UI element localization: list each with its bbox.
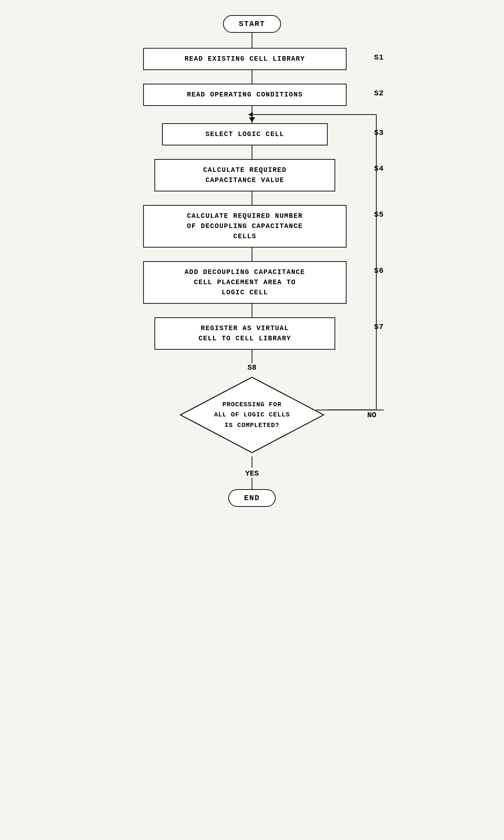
feedback-arrowhead	[248, 112, 253, 117]
step-s8-wrapper: S8 PROCESSING FOR ALL OF LOGIC CELLS IS …	[120, 363, 384, 456]
step-s5-label: S5	[374, 205, 384, 219]
step-s2-label: S2	[374, 84, 384, 98]
connector	[252, 33, 252, 48]
step-s5-box: CALCULATE REQUIRED NUMBER OF DECOUPLING …	[143, 205, 347, 248]
step-s8-label: S8	[120, 363, 384, 372]
diamond-row: PROCESSING FOR ALL OF LOGIC CELLS IS COM…	[120, 373, 384, 456]
flowchart: START READ EXISTING CELL LIBRARY S1 READ…	[120, 15, 384, 507]
step-s4-label: S4	[374, 159, 384, 173]
no-label: NO	[367, 411, 376, 419]
step-s6-box-wrapper: ADD DECOUPLING CAPACITANCE CELL PLACEMEN…	[120, 261, 370, 304]
diamond-text: PROCESSING FOR ALL OF LOGIC CELLS IS COM…	[214, 399, 290, 430]
step-s1-box: READ EXISTING CELL LIBRARY	[143, 48, 347, 70]
step-s4-box: CALCULATE REQUIRED CAPACITANCE VALUE	[154, 159, 335, 191]
connector	[252, 70, 252, 84]
step-s1-label: S1	[374, 48, 384, 62]
feedback-right-h	[316, 410, 384, 410]
step-s3-row: SELECT LOGIC CELL S3	[120, 123, 384, 145]
step-s7-box-wrapper: REGISTER AS VIRTUAL CELL TO CELL LIBRARY	[120, 317, 370, 350]
connector	[252, 145, 252, 159]
step-s5-row: CALCULATE REQUIRED NUMBER OF DECOUPLING …	[120, 205, 384, 248]
step-s5-box-wrapper: CALCULATE REQUIRED NUMBER OF DECOUPLING …	[120, 205, 370, 248]
step-s6-label: S6	[374, 261, 384, 275]
step-s3-box-wrapper: SELECT LOGIC CELL	[120, 123, 370, 145]
arrow-head	[249, 117, 255, 122]
feedback-h-line	[252, 114, 376, 115]
step-s3-box: SELECT LOGIC CELL	[162, 123, 328, 145]
step-s3-label: S3	[374, 123, 384, 137]
start-node: START	[223, 15, 281, 33]
end-node: END	[228, 489, 276, 507]
step-s7-row: REGISTER AS VIRTUAL CELL TO CELL LIBRARY…	[120, 317, 384, 350]
step-s7-label: S7	[374, 317, 384, 331]
yes-label: YES	[245, 469, 259, 478]
connector-s2-s3	[120, 106, 384, 123]
connector	[252, 191, 252, 205]
step-s6-box: ADD DECOUPLING CAPACITANCE CELL PLACEMEN…	[143, 261, 347, 304]
connector	[252, 304, 252, 317]
step-s2-row: READ OPERATING CONDITIONS S2	[120, 84, 384, 106]
step-s1-row: READ EXISTING CELL LIBRARY S1	[120, 48, 384, 70]
step-s1-box-wrapper: READ EXISTING CELL LIBRARY	[120, 48, 370, 70]
connector	[252, 350, 252, 363]
step-s2-box-wrapper: READ OPERATING CONDITIONS	[120, 84, 370, 106]
yes-branch: YES	[245, 456, 259, 489]
step-s6-row: ADD DECOUPLING CAPACITANCE CELL PLACEMEN…	[120, 261, 384, 304]
step-s7-box: REGISTER AS VIRTUAL CELL TO CELL LIBRARY	[154, 317, 335, 350]
connector	[252, 248, 252, 261]
step-s4-box-wrapper: CALCULATE REQUIRED CAPACITANCE VALUE	[120, 159, 370, 191]
step-s2-box: READ OPERATING CONDITIONS	[143, 84, 347, 106]
connector	[252, 456, 252, 468]
step-s4-row: CALCULATE REQUIRED CAPACITANCE VALUE S4	[120, 159, 384, 191]
connector	[252, 478, 252, 489]
